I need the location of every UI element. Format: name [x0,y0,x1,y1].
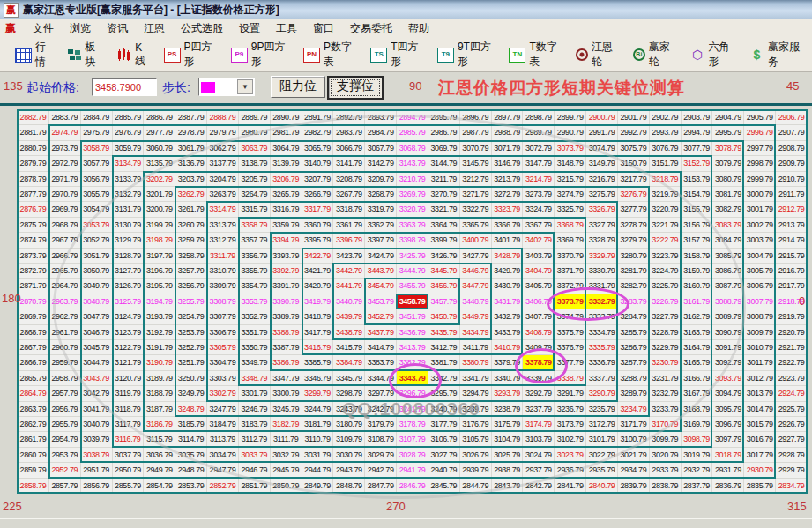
price-cell: 3389.79 [271,309,302,324]
toolbar-button-service-dollar[interactable]: $赢家服务 [743,37,809,72]
toolbar-button-p9-square[interactable]: P99P四方形 [225,37,294,72]
price-cell: 2916.79 [776,264,808,279]
price-cell: 2912.79 [776,202,808,217]
winner-wheel-icon: Bi [633,48,645,61]
price-cell: 3260.79 [175,218,207,233]
price-cell: 3051.79 [81,249,113,264]
price-cell: 3046.79 [81,325,113,340]
price-cell: 3138.79 [239,156,271,171]
price-cell: 3278.79 [618,218,650,233]
price-cell: 3180.79 [333,417,365,432]
price-cell: 3082.79 [712,202,744,217]
price-cell: 3224.79 [650,264,682,279]
price-cell: 3411.79 [460,340,492,355]
price-cell: 3407.79 [523,309,555,324]
price-cell: 3394.79 [271,233,302,248]
price-cell: 3439.79 [333,309,365,324]
price-cell: 3448.79 [460,294,492,309]
menu-item-5[interactable]: 设置 [231,19,268,38]
start-price-label: 起始价格: [26,80,79,96]
price-cell: 3123.79 [113,325,145,340]
price-cell: 3333.79 [586,309,618,324]
price-cell: 3322.79 [460,202,492,217]
toolbar-button-t-square[interactable]: TST四方形 [364,37,428,72]
price-cell: 2951.79 [81,463,113,478]
price-cell: 3147.79 [523,156,555,171]
toolbar-button-hexagon[interactable]: ⬡六角形 [684,37,741,72]
price-cell: 3302.79 [207,386,239,401]
price-cell: 2983.79 [333,125,365,140]
price-cell: 2847.79 [365,479,397,494]
chevron-down-icon[interactable]: ▼ [237,79,253,94]
price-cell: 3234.79 [618,402,650,417]
price-cell: 2919.79 [776,309,808,324]
price-cell: 3072.79 [523,141,555,156]
price-cell: 3183.79 [239,417,271,432]
price-cell: 3179.79 [365,417,397,432]
toolbar-button-quotes-table[interactable]: 行情 [9,37,58,72]
price-cell: 3073.79 [555,141,586,156]
price-cell: 3319.79 [365,202,397,217]
price-cell: 3161.79 [682,294,713,309]
price-cell: 3377.79 [555,355,586,370]
price-cell: 3159.79 [682,264,713,279]
price-cell: 3320.79 [397,202,428,217]
price-cell: 3263.79 [207,187,239,202]
price-cell: 3027.79 [428,448,460,463]
price-cell: 3168.79 [682,402,713,417]
price-cell: 3285.79 [618,325,650,340]
menu-item-9[interactable]: 帮助 [400,19,437,38]
toolbar-button-sector-blocks[interactable]: 板块 [61,37,108,72]
toolbar-button-t-number-table[interactable]: TNT数字表 [503,37,567,72]
menu-item-3[interactable]: 江恩 [136,19,173,38]
price-cell: 3376.79 [555,340,586,355]
price-cell: 3422.79 [302,249,334,264]
toolbar-button-candlestick[interactable]: K线 [110,39,154,71]
angle-label-45: 45 [786,79,799,93]
price-cell: 3162.79 [682,309,713,324]
menu-item-4[interactable]: 公式选股 [173,19,231,38]
price-cell: 3253.79 [175,325,207,340]
toolbar-button-t9-square[interactable]: T99T四方形 [431,37,501,72]
price-cell: 3372.79 [555,279,586,294]
menu-item-6[interactable]: 工具 [268,19,305,38]
price-cell: 3374.79 [555,309,586,324]
start-price-input[interactable] [92,78,157,96]
price-cell: 2857.79 [49,479,81,494]
toolbar-label: 江恩轮 [592,40,618,70]
price-cell: 3403.79 [523,249,555,264]
toolbar-button-p-square[interactable]: PSP四方形 [158,37,222,72]
price-cell: 3299.79 [302,386,334,401]
price-cell: 3275.79 [586,187,618,202]
price-cell: 2953.79 [49,448,81,463]
price-cell: 2895.79 [428,110,460,125]
menu-item-2[interactable]: 资讯 [99,19,136,38]
resistance-button[interactable]: 阻力位 [271,76,325,98]
price-cell: 2872.79 [18,264,49,279]
price-cell: 3015.79 [744,417,776,432]
price-cell: 3423.79 [333,249,365,264]
menu-item-0[interactable]: 文件 [25,19,62,38]
menu-item-1[interactable]: 浏览 [62,19,99,38]
menu-item-8[interactable]: 交易委托 [342,19,400,38]
price-cell: 3165.79 [682,355,713,370]
toolbar-button-p-number-table[interactable]: PNP数字表 [297,37,361,72]
menu-item-7[interactable]: 窗口 [305,19,342,38]
toolbar-button-gann-wheel[interactable]: 江恩轮 [570,37,624,72]
price-cell: 3427.79 [460,249,492,264]
angle-label-0: 0 [799,294,805,308]
step-color-dropdown[interactable]: ▼ [198,78,255,96]
support-button[interactable]: 支撑位 [327,76,384,100]
price-cell: 3313.79 [207,218,239,233]
price-cell: 3437.79 [365,325,397,340]
toolbar-label: T四方形 [391,40,422,70]
price-cell: 3178.79 [397,417,428,432]
price-cell: 3227.79 [650,309,682,324]
price-cell: 3356.79 [239,249,271,264]
price-cell: 3413.79 [397,340,428,355]
price-cell: 3398.79 [397,233,428,248]
toolbar-button-winner-wheel[interactable]: Bi赢家轮 [627,37,682,72]
price-cell: 3409.79 [523,340,555,355]
price-cell: 2861.79 [18,432,49,447]
t-square-icon: TS [370,48,387,63]
